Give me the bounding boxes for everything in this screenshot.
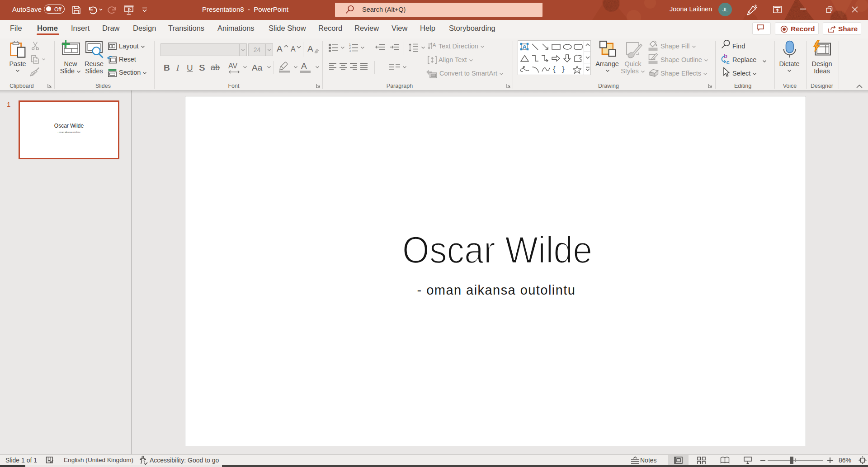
svg-text:c: c bbox=[726, 59, 730, 66]
svg-text:2: 2 bbox=[349, 46, 351, 49]
svg-text:A: A bbox=[523, 43, 527, 50]
svg-text:A: A bbox=[433, 42, 436, 48]
svg-text:1: 1 bbox=[349, 43, 351, 46]
svg-text:3: 3 bbox=[349, 49, 351, 52]
